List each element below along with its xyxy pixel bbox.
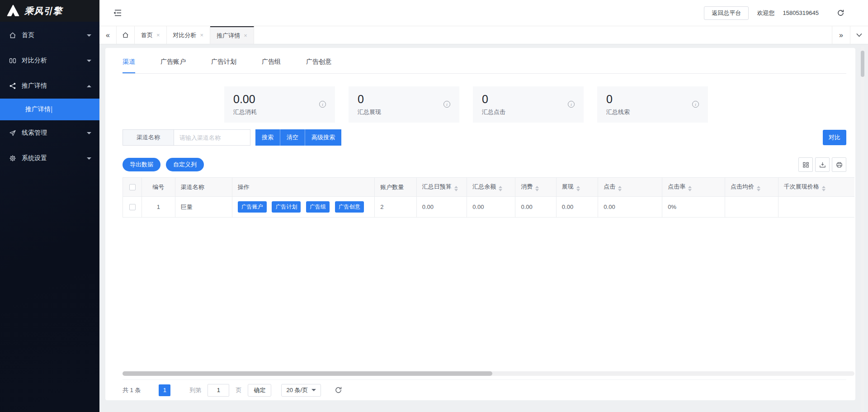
brand-logo-icon	[6, 4, 20, 18]
sidebar-item-system-settings[interactable]: 系统设置	[0, 146, 99, 171]
sidebar-subitem-promotion-detail[interactable]: 推广详情	[0, 99, 99, 120]
row-checkbox[interactable]	[129, 204, 136, 210]
chevron-down-icon	[856, 33, 862, 37]
sort-icon[interactable]	[499, 186, 502, 191]
sidebar-item-home[interactable]: 首页	[0, 23, 99, 48]
refresh-table-button[interactable]	[335, 386, 342, 394]
double-chevron-left-icon: «	[106, 31, 110, 39]
back-to-platform-button[interactable]: 返回总平台	[704, 6, 749, 20]
sort-icon[interactable]	[822, 186, 826, 191]
channel-name-label: 渠道名称	[123, 129, 174, 146]
clear-button[interactable]: 清空	[280, 129, 305, 146]
sidebar-item-label: 系统设置	[22, 154, 87, 162]
compare-button[interactable]: 对比	[823, 130, 846, 145]
info-icon[interactable]: i	[692, 101, 699, 108]
stat-label: 汇总消耗	[233, 108, 328, 116]
page-size-value: 20 条/页	[286, 386, 308, 394]
info-icon[interactable]: i	[443, 101, 450, 108]
sort-icon[interactable]	[757, 186, 760, 191]
sidebar-item-lead-management[interactable]: 线索管理	[0, 120, 99, 146]
sort-icon[interactable]	[618, 186, 622, 191]
col-header-cpm-price[interactable]: 千次展现价格	[778, 178, 854, 197]
export-icon	[819, 161, 826, 168]
scroll-tabs-right-button[interactable]: »	[832, 26, 850, 44]
scroll-tabs-left-button[interactable]: «	[99, 26, 117, 44]
search-button[interactable]: 搜索	[255, 129, 280, 146]
tab-home-button[interactable]	[117, 26, 135, 44]
welcome-label: 欢迎您	[757, 9, 774, 17]
col-header-daily-budget[interactable]: 汇总日预算	[416, 178, 467, 197]
tab-options-button[interactable]	[850, 26, 868, 44]
col-header-account-count: 账户数量	[375, 178, 417, 197]
custom-columns-button[interactable]: 自定义列	[166, 158, 204, 171]
cell-channel-name: 巨量	[175, 197, 232, 218]
vertical-scrollbar-thumb[interactable]	[861, 51, 864, 77]
goto-page-input[interactable]	[208, 384, 229, 397]
sort-icon[interactable]	[535, 186, 539, 191]
horizontal-scrollbar-thumb[interactable]	[123, 371, 492, 376]
advanced-search-button[interactable]: 高级搜索	[305, 129, 341, 146]
horizontal-scrollbar[interactable]	[123, 371, 854, 376]
data-table-wrap: 编号 渠道名称 操作 账户数量 汇总日预算 汇总余额 消费 展现 点击 点击率	[123, 177, 854, 218]
row-ad-creative-button[interactable]: 广告创意	[335, 201, 364, 213]
close-icon[interactable]: ×	[244, 32, 247, 39]
tab-home[interactable]: 首页 ×	[135, 26, 167, 44]
export-data-button[interactable]: 导出数据	[123, 158, 160, 171]
goto-suffix-label: 页	[236, 386, 241, 394]
tab-compare-analysis[interactable]: 对比分析 ×	[167, 26, 211, 44]
select-all-checkbox[interactable]	[129, 184, 136, 190]
row-ad-account-button[interactable]: 广告账户	[238, 201, 267, 213]
close-icon[interactable]: ×	[156, 32, 160, 38]
sidebar-item-promotion-detail[interactable]: 推广详情	[0, 73, 99, 99]
row-ad-plan-button[interactable]: 广告计划	[272, 201, 301, 213]
col-header-ctr[interactable]: 点击率	[662, 178, 725, 197]
tab-ad-plan[interactable]: 广告计划	[211, 58, 236, 73]
cell-balance: 0.00	[467, 197, 515, 218]
tab-ad-account[interactable]: 广告账户	[160, 58, 186, 73]
search-row: 渠道名称 搜索 清空 高级搜索 对比	[123, 129, 846, 146]
refresh-icon[interactable]	[837, 9, 844, 17]
table-row: 1 巨量 广告账户 广告计划 广告组 广告创意 2 0.00	[123, 197, 855, 218]
confirm-button[interactable]: 确定	[248, 384, 271, 397]
sidebar-item-compare-analysis[interactable]: 对比分析	[0, 48, 99, 73]
tab-ad-creative[interactable]: 广告创意	[306, 58, 331, 73]
tab-promotion-detail[interactable]: 推广详情 ×	[210, 26, 254, 44]
channel-name-input[interactable]	[174, 129, 250, 146]
prev-page-icon[interactable]	[148, 387, 155, 393]
tab-ad-group[interactable]: 广告组	[262, 58, 281, 73]
next-page-icon[interactable]	[174, 387, 181, 393]
info-icon[interactable]: i	[568, 101, 575, 108]
cell-account-count: 2	[375, 197, 417, 218]
export-table-button[interactable]	[815, 157, 830, 172]
chevron-up-icon	[87, 85, 91, 87]
cell-no: 1	[142, 197, 175, 218]
content-panel: 渠道 广告账户 广告计划 广告组 广告创意 0.00 汇总消耗 i 0 汇总展	[105, 48, 855, 400]
cursor-bar	[52, 106, 52, 113]
col-header-impressions[interactable]: 展现	[556, 178, 598, 197]
sort-icon[interactable]	[688, 186, 692, 191]
sort-icon[interactable]	[454, 186, 458, 191]
brand-name: 乘风引擎	[24, 5, 62, 17]
vertical-scrollbar[interactable]	[861, 46, 864, 412]
sort-icon[interactable]	[576, 186, 580, 191]
row-ad-group-button[interactable]: 广告组	[306, 201, 330, 213]
collapse-sidebar-icon[interactable]	[113, 9, 122, 17]
print-button[interactable]	[832, 157, 846, 172]
col-header-actions: 操作	[232, 178, 374, 197]
column-layout-button[interactable]	[798, 157, 813, 172]
page-size-select[interactable]: 20 条/页	[281, 384, 321, 397]
page-number-button[interactable]: 1	[159, 384, 170, 396]
col-header-cost[interactable]: 消费	[515, 178, 556, 197]
data-table: 编号 渠道名称 操作 账户数量 汇总日预算 汇总余额 消费 展现 点击 点击率	[123, 177, 854, 218]
share-icon	[9, 82, 16, 90]
grid-icon	[802, 161, 809, 168]
col-header-clicks[interactable]: 点击	[598, 178, 662, 197]
tab-label: 首页	[141, 31, 153, 39]
col-header-avg-click-price[interactable]: 点击均价	[725, 178, 778, 197]
tab-channel[interactable]: 渠道	[123, 58, 135, 73]
info-icon[interactable]: i	[319, 101, 326, 108]
col-header-balance[interactable]: 汇总余额	[467, 178, 515, 197]
toolbar-row: 导出数据 自定义列	[123, 157, 846, 172]
tabbar: « 首页 × 对比分析 × 推广详情 × »	[99, 26, 868, 44]
close-icon[interactable]: ×	[200, 32, 204, 38]
